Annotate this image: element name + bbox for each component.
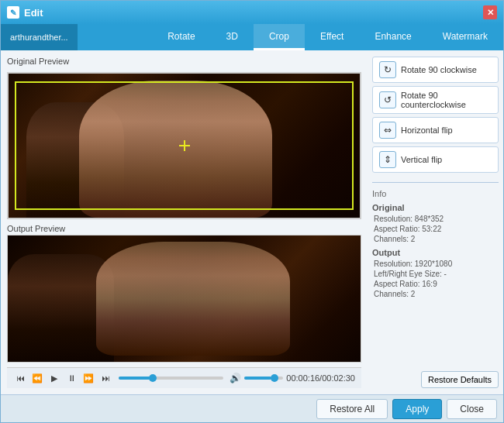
play-button[interactable]: ▶ [47,371,61,385]
skip-forward-button[interactable]: ⏭ [98,371,112,385]
restore-all-button[interactable]: Restore All [316,399,388,419]
flip-v-label: Vertical flip [401,155,442,164]
tab-effect[interactable]: Effect [305,24,359,50]
tab-3d[interactable]: 3D [211,24,254,50]
volume-icon: 🔊 [230,373,241,383]
pause-button[interactable]: ⏸ [64,371,78,385]
output-movie-frame [8,236,361,362]
flip-v-icon: ⇕ [379,151,396,168]
tab-enhance[interactable]: Enhance [359,24,426,50]
volume-fill [244,377,271,380]
info-section: Info Original Resolution: 848*352 Aspect… [372,182,499,300]
file-tab[interactable]: arthurandther... [1,24,78,50]
output-preview-section: Output Preview [7,224,361,363]
bottom-bar: Restore All Apply Close [1,394,503,422]
window-title: Edit [24,7,43,19]
right-panel: ↻ Rotate 90 clockwise ↺ Rotate 90 counte… [368,50,503,394]
flip-h-icon: ⇔ [379,122,396,139]
tab-watermark[interactable]: Watermark [427,24,503,50]
step-forward-button[interactable]: ⏩ [81,371,95,385]
original-movie-frame [9,74,360,218]
volume-thumb[interactable] [271,374,278,382]
skip-back-button[interactable]: ⏮ [13,371,27,385]
main-content: Original Preview Output Preview [1,50,503,394]
figure-old-woman-original [79,81,272,218]
progress-thumb[interactable] [149,374,157,382]
flip-v-button[interactable]: ⇕ Vertical flip [372,146,499,173]
close-window-button[interactable]: ✕ [483,5,497,19]
app-icon: ✎ [7,6,19,19]
rotate-cw-icon: ↻ [379,61,396,78]
original-info-label: Original [372,203,499,212]
edit-window: ✎ Edit ✕ arthurandther... Rotate 3D Crop… [0,0,504,423]
title-bar: ✎ Edit ✕ [1,1,503,24]
rotate-ccw-button[interactable]: ↺ Rotate 90 counterclockwise [372,86,499,114]
output-aspect: Aspect Ratio: 16:9 [372,280,499,288]
file-tab-label: arthurandther... [10,33,68,42]
output-preview [7,235,361,363]
title-bar-left: ✎ Edit [7,6,43,19]
restore-defaults-button[interactable]: Restore Defaults [421,371,499,388]
left-panel: Original Preview Output Preview [1,50,368,394]
rotate-cw-button[interactable]: ↻ Rotate 90 clockwise [372,57,499,83]
output-preview-label: Output Preview [7,224,361,233]
flip-h-label: Horizontal flip [401,126,453,135]
flip-h-button[interactable]: ⇔ Horizontal flip [372,117,499,143]
output-channels: Channels: 2 [372,290,499,298]
original-channels: Channels: 2 [372,235,499,243]
tabs-right: Rotate 3D Crop Effect Enhance Watermark [78,24,503,50]
time-display: 00:00:16/00:02:30 [286,373,355,383]
progress-bar[interactable] [119,377,223,380]
tab-rotate[interactable]: Rotate [152,24,210,50]
apply-button[interactable]: Apply [392,399,442,419]
tab-bar: arthurandther... Rotate 3D Crop Effect E… [1,24,503,50]
output-resolution: Resolution: 1920*1080 [372,260,499,268]
rotate-ccw-icon: ↺ [379,91,396,108]
original-preview-label: Original Preview [7,57,361,66]
figure-old-woman-output [96,242,290,356]
info-title: Info [372,189,499,198]
progress-fill [119,377,150,380]
close-button[interactable]: Close [447,399,497,419]
original-preview [7,72,361,219]
volume-bar[interactable] [244,377,283,380]
original-aspect: Aspect Ratio: 53:22 [372,225,499,233]
step-back-button[interactable]: ⏪ [30,371,44,385]
original-resolution: Resolution: 848*352 [372,215,499,223]
output-lr-size: Left/Right Eye Size: - [372,270,499,278]
rotate-ccw-label: Rotate 90 counterclockwise [401,91,492,109]
playback-bar: ⏮ ⏪ ▶ ⏸ ⏩ ⏭ 🔊 00:00:16/00:02:30 [7,367,361,388]
output-info-label: Output [372,248,499,257]
rotate-cw-label: Rotate 90 clockwise [401,65,477,74]
tab-crop[interactable]: Crop [254,24,305,50]
